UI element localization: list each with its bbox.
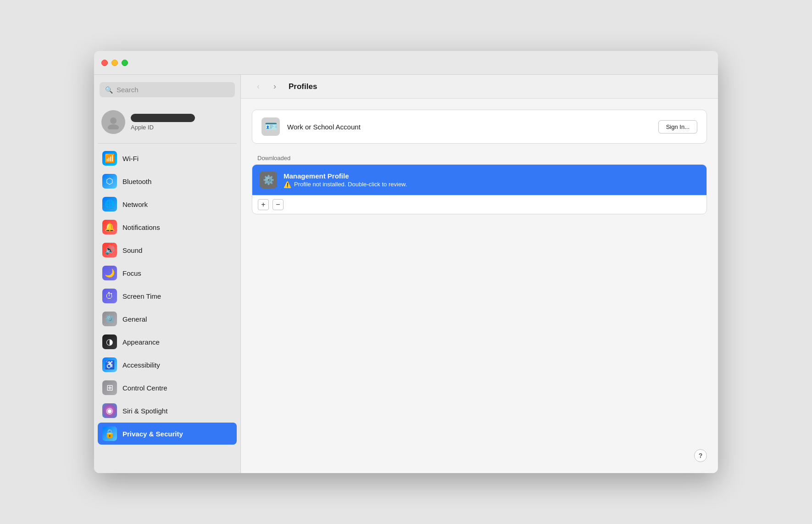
profile-status: ⚠️ Profile not installed. Double-click t…	[284, 181, 407, 188]
management-profile-item[interactable]: ⚙️ Management Profile ⚠️ Profile not ins…	[252, 165, 706, 195]
appearance-label: Appearance	[122, 338, 160, 346]
bluetooth-icon: ⬡	[102, 174, 117, 189]
controlcentre-icon: ⊞	[102, 380, 117, 395]
sound-icon: 🔊	[102, 243, 117, 257]
wifi-icon: 📶	[102, 151, 117, 166]
sidebar-item-controlcentre[interactable]: ⊞Control Centre	[98, 377, 237, 399]
sidebar-item-bluetooth[interactable]: ⬡Bluetooth	[98, 170, 237, 192]
maximize-button[interactable]	[122, 60, 128, 66]
profile-info: Management Profile ⚠️ Profile not instal…	[284, 172, 407, 188]
sidebar-item-privacy[interactable]: 🔒Privacy & Security	[98, 423, 237, 445]
profile-name: Management Profile	[284, 172, 407, 180]
sidebar-items: 📶Wi-Fi⬡Bluetooth🌐Network🔔Notifications🔊S…	[98, 147, 237, 445]
network-icon: 🌐	[102, 197, 117, 212]
profile-actions: + −	[252, 195, 706, 214]
sidebar-item-accessibility[interactable]: ♿Accessibility	[98, 354, 237, 376]
network-label: Network	[122, 201, 148, 208]
sidebar-item-wifi[interactable]: 📶Wi-Fi	[98, 147, 237, 169]
bluetooth-label: Bluetooth	[122, 178, 151, 185]
privacy-label: Privacy & Security	[122, 430, 183, 438]
forward-button[interactable]: ›	[268, 80, 281, 93]
search-icon: 🔍	[105, 86, 113, 94]
profile-status-text: Profile not installed. Double-click to r…	[294, 181, 407, 188]
main-scroll: 🪪 Work or School Account Sign In... Down…	[241, 99, 718, 473]
focus-label: Focus	[122, 269, 141, 277]
avatar	[101, 110, 125, 134]
remove-profile-button[interactable]: −	[273, 199, 284, 210]
close-button[interactable]	[101, 60, 108, 66]
sound-label: Sound	[122, 246, 142, 254]
divider-1	[98, 143, 237, 144]
nav-bar: ‹ › Profiles	[241, 75, 718, 99]
general-label: General	[122, 315, 147, 323]
sidebar-scroll: Apple ID 📶Wi-Fi⬡Bluetooth🌐Network🔔Notifi…	[94, 105, 240, 473]
back-button[interactable]: ‹	[252, 80, 265, 93]
search-bar[interactable]: 🔍 Search	[100, 82, 235, 97]
appearance-icon: ◑	[102, 334, 117, 349]
sidebar-item-notifications[interactable]: 🔔Notifications	[98, 216, 237, 238]
sidebar-item-focus[interactable]: 🌙Focus	[98, 262, 237, 284]
apple-id-info: Apple ID	[131, 114, 195, 131]
controlcentre-label: Control Centre	[122, 384, 167, 392]
titlebar	[94, 51, 718, 75]
svg-point-0	[110, 117, 117, 124]
app-window: 🔍 Search Apple ID	[94, 51, 718, 473]
work-account-card: 🪪 Work or School Account Sign In...	[252, 110, 707, 144]
work-account-label: Work or School Account	[287, 123, 658, 131]
traffic-lights	[101, 60, 128, 66]
sidebar-item-sound[interactable]: 🔊Sound	[98, 239, 237, 261]
warning-icon: ⚠️	[284, 181, 291, 188]
profile-icon: ⚙️	[260, 171, 277, 189]
screentime-label: Screen Time	[122, 292, 161, 300]
nav-title: Profiles	[289, 82, 317, 91]
sidebar-item-general[interactable]: ⚙️General	[98, 308, 237, 330]
apple-id-section[interactable]: Apple ID	[98, 105, 237, 141]
focus-icon: 🌙	[102, 266, 117, 280]
sidebar-item-network[interactable]: 🌐Network	[98, 193, 237, 215]
wifi-label: Wi-Fi	[122, 155, 139, 162]
help-button[interactable]: ?	[694, 449, 707, 462]
apple-id-name-redacted	[131, 114, 195, 122]
accessibility-label: Accessibility	[122, 361, 160, 369]
siri-label: Siri & Spotlight	[122, 407, 167, 415]
sidebar-item-siri[interactable]: ◉Siri & Spotlight	[98, 400, 237, 422]
screentime-icon: ⏱	[102, 289, 117, 303]
apple-id-label: Apple ID	[131, 124, 195, 131]
sidebar-item-appearance[interactable]: ◑Appearance	[98, 331, 237, 353]
sidebar-item-screentime[interactable]: ⏱Screen Time	[98, 285, 237, 307]
general-icon: ⚙️	[102, 312, 117, 326]
accessibility-icon: ♿	[102, 357, 117, 372]
notifications-label: Notifications	[122, 223, 160, 231]
siri-icon: ◉	[102, 403, 117, 418]
main-content: ‹ › Profiles 🪪 Work or School Account Si…	[241, 75, 718, 473]
sign-in-button[interactable]: Sign In...	[658, 120, 697, 134]
sidebar: 🔍 Search Apple ID	[94, 75, 241, 473]
notifications-icon: 🔔	[102, 220, 117, 234]
profiles-box: ⚙️ Management Profile ⚠️ Profile not ins…	[252, 164, 707, 214]
svg-point-1	[108, 124, 119, 129]
add-profile-button[interactable]: +	[258, 199, 269, 210]
downloaded-label: Downloaded	[252, 151, 707, 162]
privacy-icon: 🔒	[102, 426, 117, 441]
search-input[interactable]: Search	[117, 86, 139, 94]
account-icon: 🪪	[261, 117, 280, 136]
content-area: 🔍 Search Apple ID	[94, 75, 718, 473]
account-icon-glyph: 🪪	[265, 121, 277, 133]
minimize-button[interactable]	[111, 60, 118, 66]
